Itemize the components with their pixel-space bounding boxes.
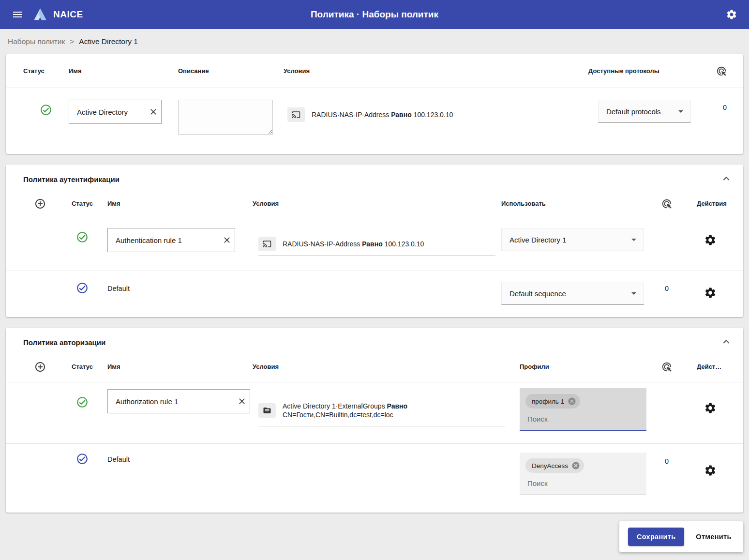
clear-x-icon [149,107,158,117]
policy-set-row: RADIUS·NAS-IP-Address Равно 100.123.0.10… [6,88,743,154]
col-header-protocols: Доступные протоколы [588,67,685,75]
col-header-status: Статус [23,67,69,75]
profile-search-input[interactable] [525,476,641,491]
auth-col-conditions: Условия [243,200,501,207]
auth-use-select-value: Active Directory 1 [509,236,567,244]
default-auth-use-select[interactable]: Default sequence [501,282,644,305]
cast-icon [287,107,305,122]
protocols-select[interactable]: Default protocols [598,100,691,123]
hits-column-icon [716,66,727,76]
auth-use-select[interactable]: Active Directory 1 [501,228,644,251]
profile-chip-label: DenyAccess [532,462,568,469]
save-button[interactable]: Сохранить [628,528,684,546]
auth-col-actions: Действия [687,200,734,207]
authz-rule-actions-button[interactable] [704,402,717,416]
default-authz-status-toggle[interactable] [57,453,107,465]
auth-rule-name-input[interactable] [108,236,219,244]
profile-chip-label: профиль 1 [532,398,564,405]
clear-auth-rule-name-button[interactable] [219,232,235,248]
auth-col-name: Имя [107,200,243,207]
authentication-policy-card: Политика аутентификации Статус Имя Услов… [6,165,743,317]
check-circle-icon [76,231,89,243]
auth-col-status: Статус [57,200,107,207]
auth-policy-title: Политика аутентификации [23,175,120,183]
auth-rule-status-toggle[interactable] [57,231,107,243]
policy-set-condition[interactable]: RADIUS·NAS-IP-Address Равно 100.123.0.10 [287,107,582,129]
authz-rule-row: Active Directory 1·ExternalGroups Равно … [6,382,743,444]
condition-text: Active Directory 1·ExternalGroups Равно … [283,402,505,419]
gear-icon [726,9,737,20]
hits-column-icon [661,362,672,372]
app-bar: NAICE Политика · Наборы политик [0,0,749,29]
authz-col-name: Имя [107,363,243,370]
default-auth-hit-count: 0 [646,285,687,292]
footer-actions: Сохранить Отменить [619,521,743,552]
authz-rule-name-field [107,389,250,413]
default-auth-actions-button[interactable] [704,287,717,301]
default-authz-rule-name: Default [107,455,243,463]
authz-profiles-field[interactable]: профиль 1 [520,388,646,431]
cancel-button[interactable]: Отменить [696,533,731,541]
check-circle-icon [76,396,89,409]
default-auth-status-toggle[interactable] [57,282,107,294]
breadcrumb-policy-sets[interactable]: Наборы политик [8,37,65,46]
default-auth-row: Default Default sequence 0 [6,271,743,317]
default-authz-row: Default DenyAccess 0 [6,444,743,495]
gear-action-icon [704,464,717,477]
chip-remove-icon[interactable] [571,461,580,470]
chevron-up-icon [720,172,733,185]
auth-rule-condition[interactable]: RADIUS·NAS-IP-Address Равно 100.123.0.10 [258,237,495,256]
auth-col-use: Использовать [501,200,646,207]
authz-col-conditions: Условия [243,363,520,370]
clear-x-icon [222,235,232,245]
auth-rule-row: RADIUS·NAS-IP-Address Равно 100.123.0.10… [6,219,743,271]
authz-col-profiles: Профили [520,363,646,370]
default-auth-use-select-value: Default sequence [509,289,566,298]
policy-set-name-input[interactable] [69,108,146,116]
clear-name-button[interactable] [146,104,161,120]
add-authz-rule-button[interactable] [23,361,57,373]
brand-name: NAICE [53,9,83,20]
naice-logo-icon [33,7,47,22]
authz-col-actions: Действия [697,363,725,370]
gear-action-icon [704,287,717,299]
chip-remove-icon[interactable] [568,397,576,406]
menu-button[interactable] [8,5,27,24]
add-auth-rule-button[interactable] [23,198,57,210]
authz-rule-condition[interactable]: Active Directory 1·ExternalGroups Равно … [258,402,505,426]
settings-button[interactable] [722,5,741,24]
add-circle-icon [34,361,46,373]
description-textarea[interactable] [178,100,273,135]
condition-text: RADIUS·NAS-IP-Address Равно 100.123.0.10 [312,110,453,119]
chevron-down-icon [628,288,640,299]
policy-set-hit-count: 0 [685,104,734,111]
collapse-auth-policy-button[interactable] [720,172,733,186]
protocols-select-value: Default protocols [606,107,661,116]
authz-col-status: Статус [57,363,107,370]
policy-set-name-field [69,100,162,124]
policy-set-status-toggle[interactable] [23,104,69,116]
breadcrumb-separator: > [70,37,74,46]
col-header-description: Описание [178,67,284,75]
authz-hits-column-header [646,362,687,372]
collapse-authz-policy-button[interactable] [720,335,733,349]
gear-action-icon [704,234,717,246]
hamburger-icon [12,9,23,20]
check-circle-icon [76,453,89,465]
hits-column-header [685,66,734,76]
default-auth-rule-name: Default [107,285,243,292]
cast-icon [258,237,276,251]
profile-search-input[interactable] [525,411,641,426]
profile-chip[interactable]: профиль 1 [525,394,580,409]
default-authz-profiles-field[interactable]: DenyAccess [520,453,646,495]
check-circle-icon [76,282,89,294]
policy-set-card: Статус Имя Описание Условия Доступные пр… [6,54,743,154]
authz-rule-status-toggle[interactable] [57,396,107,409]
default-authz-actions-button[interactable] [704,464,717,478]
authz-rule-name-input[interactable] [108,397,234,406]
gear-action-icon [704,402,717,414]
profile-chip[interactable]: DenyAccess [525,458,584,473]
condition-text: RADIUS·NAS-IP-Address Равно 100.123.0.10 [283,240,424,248]
auth-rule-actions-button[interactable] [704,234,717,248]
col-header-name: Имя [69,67,178,75]
